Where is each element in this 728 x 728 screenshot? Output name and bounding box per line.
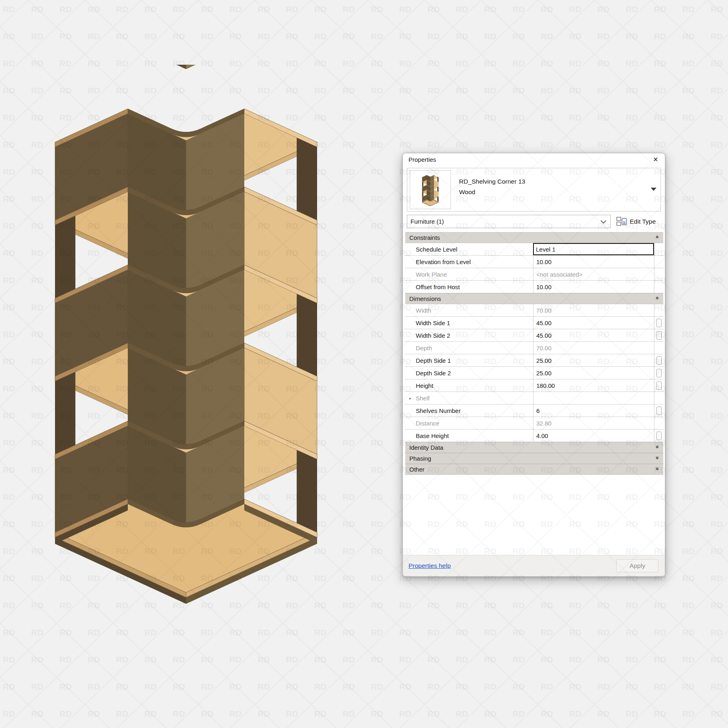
chevron-down-icon — [601, 218, 606, 224]
property-row-shelf: ▸Shelf — [405, 392, 663, 404]
associate-parameter-button[interactable] — [656, 369, 662, 377]
property-name-text: Shelves Number — [416, 407, 461, 414]
type-preview-selector[interactable]: RD_Shelving Corner 13 Wood — [407, 168, 661, 212]
property-row-elevation-from-level: Elevation from Level10.00 — [405, 256, 663, 268]
expand-section-icon[interactable]: » — [654, 445, 661, 449]
property-name-text: Offset from Host — [416, 284, 460, 290]
property-name-text: Depth Side 2 — [416, 370, 451, 377]
property-value[interactable]: 10.00 — [533, 256, 654, 268]
property-value[interactable]: 25.00 — [533, 354, 654, 366]
property-name-text: Base Height — [416, 432, 449, 439]
associate-parameter-cell — [654, 367, 663, 379]
edit-type-button[interactable]: Edit Type — [616, 216, 656, 228]
property-name: Work Plane — [405, 268, 533, 280]
property-value[interactable]: 10.00 — [533, 281, 654, 293]
section-header-phasing[interactable]: Phasing» — [405, 453, 663, 464]
panel-footer: Properties help Apply — [403, 555, 665, 576]
associate-parameter-cell — [654, 404, 663, 417]
property-value[interactable]: 180.00 — [533, 379, 654, 392]
property-name: Height — [405, 379, 533, 392]
type-row: Furniture (1) Edit Type — [407, 215, 662, 229]
property-name-text: Depth Side 1 — [416, 357, 451, 364]
property-row-depth: Depth70.00 — [405, 342, 663, 354]
associate-parameter-cell — [654, 304, 663, 316]
associate-parameter-cell — [654, 354, 663, 366]
associate-parameter-cell — [654, 317, 663, 329]
section-label: Other — [409, 466, 425, 473]
associate-parameter-button[interactable] — [656, 319, 662, 327]
property-name: Base Height — [405, 430, 533, 442]
section-label: Dimensions — [409, 295, 441, 302]
associate-parameter-cell — [654, 392, 663, 404]
close-icon[interactable]: ✕ — [651, 155, 660, 164]
panel-titlebar: Properties ✕ — [403, 153, 665, 166]
property-value[interactable]: 25.00 — [533, 367, 654, 379]
section-header-identity-data[interactable]: Identity Data» — [405, 442, 663, 453]
associate-parameter-cell — [654, 430, 663, 442]
property-value[interactable] — [533, 392, 654, 404]
property-row-width: Width70.00 — [405, 304, 663, 317]
section-header-constraints[interactable]: Constraints« — [405, 232, 663, 243]
shelving-corner-render — [22, 65, 350, 631]
property-name: Depth Side 2 — [405, 367, 533, 379]
type-name: Wood — [459, 188, 475, 196]
property-row-depth-side-2: Depth Side 225.00 — [405, 367, 663, 379]
family-thumbnail — [410, 170, 451, 209]
collapse-section-icon[interactable]: « — [654, 296, 661, 300]
section-label: Phasing — [409, 455, 431, 462]
associate-parameter-button[interactable] — [656, 381, 662, 390]
property-value[interactable]: 45.00 — [533, 329, 654, 341]
property-name: Depth — [405, 342, 533, 354]
property-value[interactable]: 4.00 — [533, 430, 654, 442]
section-header-dimensions[interactable]: Dimensions« — [405, 293, 663, 304]
associate-parameter-cell — [654, 417, 663, 429]
expander-icon[interactable]: ▸ — [409, 396, 411, 400]
property-row-offset-from-host: Offset from Host10.00 — [405, 281, 663, 293]
associate-parameter-cell — [654, 268, 663, 280]
category-combobox[interactable]: Furniture (1) — [407, 215, 611, 228]
property-name-text: Height — [416, 382, 433, 389]
property-value[interactable]: 32.80 — [533, 417, 654, 429]
property-name-text: Width Side 2 — [416, 332, 450, 339]
property-row-shelves-number: Shelves Number6 — [405, 404, 663, 417]
associate-parameter-cell — [654, 342, 663, 354]
property-value[interactable]: <not associated> — [533, 268, 654, 280]
edit-type-label: Edit Type — [630, 218, 656, 225]
properties-help-link[interactable]: Properties help — [408, 562, 451, 569]
collapse-section-icon[interactable]: « — [654, 235, 661, 239]
associate-parameter-cell — [654, 243, 663, 255]
property-value[interactable]: 6 — [533, 404, 654, 417]
property-value[interactable]: 45.00 — [533, 317, 654, 329]
section-label: Identity Data — [409, 444, 443, 451]
property-value[interactable]: 70.00 — [533, 304, 654, 316]
property-name: Offset from Host — [405, 281, 533, 293]
property-name-text: Elevation from Level — [416, 258, 471, 265]
property-value[interactable]: Level 1 — [533, 243, 654, 255]
property-name: ▸Shelf — [405, 392, 533, 404]
type-dropdown-caret-icon[interactable] — [651, 188, 656, 191]
property-name-text: Shelf — [416, 395, 430, 402]
property-row-height: Height180.00 — [405, 379, 663, 392]
edit-type-icon — [616, 217, 627, 226]
property-name-text: Depth — [416, 345, 432, 351]
expand-section-icon[interactable]: » — [654, 456, 661, 459]
property-row-width-side-2: Width Side 245.00 — [405, 329, 663, 342]
expand-section-icon[interactable]: » — [654, 467, 661, 470]
property-name: Shelves Number — [405, 404, 533, 417]
property-name: Width Side 1 — [405, 317, 533, 329]
associate-parameter-button[interactable] — [656, 406, 662, 415]
property-grid: Constraints«Schedule LevelLevel 1Elevati… — [405, 232, 663, 475]
property-name: Schedule Level — [405, 243, 533, 255]
associate-parameter-cell — [654, 281, 663, 293]
associate-parameter-button[interactable] — [656, 432, 662, 440]
category-combobox-value: Furniture (1) — [411, 218, 444, 225]
property-name-text: Width — [416, 307, 431, 314]
property-name: Distance — [405, 417, 533, 429]
associate-parameter-button[interactable] — [656, 356, 662, 365]
associate-parameter-button[interactable] — [656, 331, 662, 340]
section-header-other[interactable]: Other» — [405, 464, 663, 475]
property-value[interactable]: 70.00 — [533, 342, 654, 354]
associate-parameter-cell — [654, 379, 663, 392]
property-row-base-height: Base Height4.00 — [405, 430, 663, 442]
apply-button[interactable]: Apply — [616, 559, 658, 572]
